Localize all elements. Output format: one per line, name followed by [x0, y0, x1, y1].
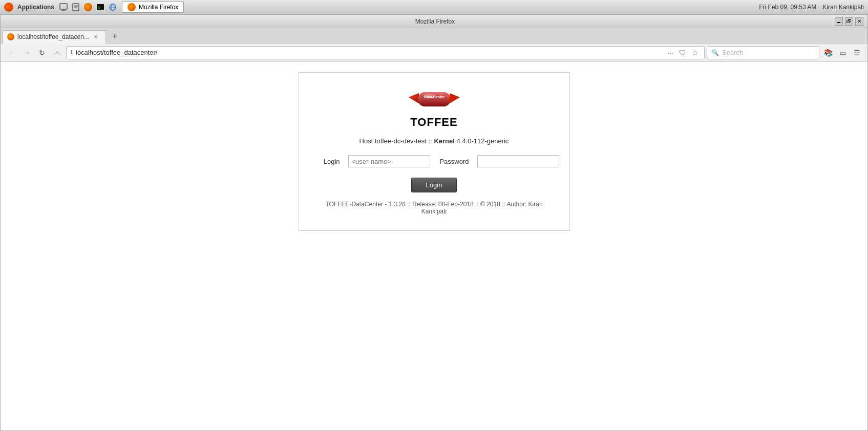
nav-bar: ← → ↻ ⌂ ℹ localhost/toffee_datacenter/ ·… — [1, 44, 867, 62]
tab-favicon — [7, 33, 14, 40]
home-button[interactable]: ⌂ — [51, 46, 64, 59]
svg-marker-13 — [409, 93, 419, 103]
library-icon[interactable]: 📚 — [821, 46, 835, 59]
svg-rect-15 — [418, 92, 451, 106]
footer-text: TOFFEE-DataCenter - 1.3.28 :: Release: 0… — [320, 201, 549, 215]
nav-right-icons: 📚 ▭ ☰ — [821, 46, 863, 59]
menu-button[interactable]: ☰ — [850, 46, 863, 59]
app-title: TOFFEE — [410, 116, 457, 129]
more-button[interactable]: ··· — [665, 48, 675, 58]
host-label: Host — [359, 137, 373, 145]
host-value: toffee-dc-dev-test — [375, 137, 427, 145]
os-titlebar-right: Fri Feb 09, 09:53 AM Kiran Kankipati — [759, 4, 864, 11]
login-form-row: Login Password — [309, 155, 559, 167]
firefox-window-label: Mozilla Firefox — [139, 4, 178, 11]
forward-button[interactable]: → — [20, 46, 33, 59]
browser-title: Mozilla Firefox — [35, 18, 835, 25]
kernel-value: 4.4.0-112-generic — [456, 137, 509, 145]
sidebar-icon[interactable]: ▭ — [836, 46, 849, 59]
maximize-button[interactable]: 🗗 — [845, 17, 853, 26]
tab-bar: localhost/toffee_datacen... × + — [1, 28, 867, 44]
os-taskbar-icons: $_ — [58, 2, 118, 12]
datetime-display: Fri Feb 09, 09:53 AM — [759, 4, 816, 11]
taskbar-icon-2[interactable] — [71, 2, 81, 12]
separator1: :: — [429, 137, 432, 145]
taskbar-icon-firefox[interactable] — [83, 2, 93, 12]
firefox-taskbar-btn[interactable]: Mozilla Firefox — [122, 2, 184, 13]
os-app-icon — [4, 3, 13, 12]
security-icon: ℹ — [71, 49, 73, 56]
address-text: localhost/toffee_datacenter/ — [76, 49, 662, 56]
taskbar-icon-terminal[interactable]: $_ — [95, 2, 105, 12]
restore-down-button[interactable]: 🗕 — [835, 17, 843, 26]
address-bar[interactable]: ℹ localhost/toffee_datacenter/ ··· 🛡 ☆ — [66, 46, 705, 59]
os-apps-label[interactable]: Applications — [17, 4, 54, 11]
shield-icon[interactable]: 🛡 — [678, 48, 688, 58]
svg-rect-3 — [73, 4, 79, 11]
bookmark-icon[interactable]: ☆ — [690, 48, 700, 58]
login-button[interactable]: Login — [411, 178, 457, 192]
svg-rect-0 — [60, 4, 67, 9]
os-taskbar-left: Applications $_ Mozilla Firefox — [4, 2, 184, 13]
login-container: Data-Center TOFFEE Host toff — [299, 72, 570, 231]
reload-button[interactable]: ↻ — [35, 46, 49, 59]
taskbar-icon-1[interactable] — [58, 2, 69, 12]
search-bar[interactable]: 🔍 Search — [707, 46, 819, 59]
browser-window-controls: 🗕 🗗 ✕ — [835, 17, 863, 26]
taskbar-icon-earth[interactable] — [108, 2, 118, 12]
tab-label: localhost/toffee_datacen... — [17, 33, 89, 40]
login-input[interactable] — [348, 155, 430, 167]
kernel-label: Kernel — [434, 137, 454, 145]
svg-text:$_: $_ — [98, 6, 102, 10]
search-placeholder: Search — [722, 49, 743, 56]
close-button[interactable]: ✕ — [855, 17, 863, 26]
active-tab[interactable]: localhost/toffee_datacen... × — [3, 30, 106, 44]
page-content: Data-Center TOFFEE Host toff — [1, 62, 867, 430]
browser-window: Mozilla Firefox 🗕 🗗 ✕ localhost/toffee_d… — [0, 14, 868, 431]
new-tab-button[interactable]: + — [108, 30, 121, 43]
host-line: Host toffee-dc-dev-test :: Kernel 4.4.0-… — [359, 137, 509, 145]
toffee-logo-svg: Data-Center — [409, 88, 460, 111]
search-icon: 🔍 — [711, 49, 719, 56]
back-button[interactable]: ← — [5, 46, 18, 59]
os-titlebar: Applications $_ Mozilla Firefox — [0, 0, 868, 14]
firefox-icon — [128, 3, 136, 11]
tab-close-button[interactable]: × — [92, 33, 99, 40]
browser-titlebar: Mozilla Firefox 🗕 🗗 ✕ — [1, 15, 867, 28]
svg-marker-16 — [450, 93, 460, 103]
password-label: Password — [438, 158, 469, 165]
address-actions: ··· 🛡 ☆ — [665, 48, 700, 58]
user-display: Kiran Kankipati — [822, 4, 864, 11]
password-input[interactable] — [477, 155, 559, 167]
logo-area: Data-Center TOFFEE — [409, 88, 460, 129]
login-label: Login — [309, 158, 340, 165]
svg-text:Data-Center: Data-Center — [424, 95, 444, 99]
